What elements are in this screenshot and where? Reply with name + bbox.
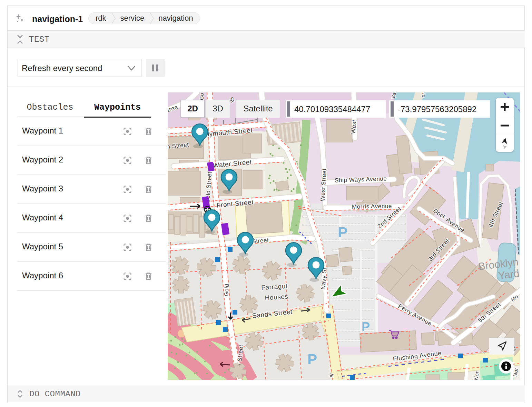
svg-text:P: P: [362, 320, 370, 334]
svg-text:er: er: [420, 92, 426, 98]
svg-text:P: P: [338, 224, 347, 240]
svg-text:Go: Go: [198, 92, 205, 100]
svg-text:P: P: [307, 351, 317, 367]
svg-text:Va: Va: [391, 92, 397, 99]
svg-text:Gold: Gold: [223, 284, 230, 296]
svg-text:Morris Avenue: Morris Avenue: [352, 203, 392, 210]
svg-text:West: West: [350, 119, 357, 134]
